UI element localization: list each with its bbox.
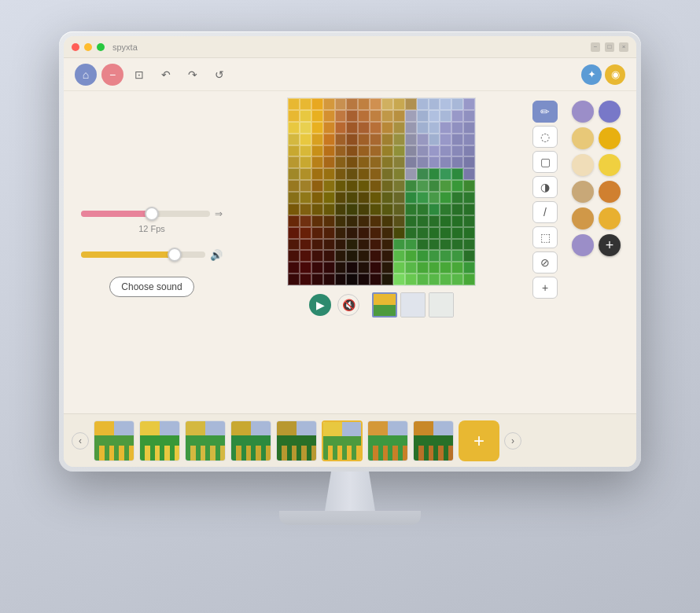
pixel-cell[interactable] (346, 145, 358, 157)
pixel-cell[interactable] (463, 134, 475, 145)
pixel-cell[interactable] (335, 273, 347, 285)
pixel-cell[interactable] (323, 122, 335, 134)
pixel-cell[interactable] (417, 192, 429, 204)
pixel-cell[interactable] (346, 168, 358, 180)
pixel-cell[interactable] (300, 227, 311, 239)
pixel-cell[interactable] (405, 262, 417, 273)
pixel-cell[interactable] (288, 250, 300, 262)
pixel-cell[interactable] (440, 145, 451, 157)
pixel-cell[interactable] (393, 239, 405, 251)
pixel-cell[interactable] (300, 204, 311, 215)
pixel-cell[interactable] (463, 145, 475, 157)
pixel-cell[interactable] (335, 239, 347, 251)
pixel-cell[interactable] (358, 239, 370, 251)
pixel-cell[interactable] (370, 273, 381, 285)
color-swatch-10[interactable] (599, 207, 621, 229)
pixel-cell[interactable] (346, 192, 358, 204)
pixel-cell[interactable] (288, 122, 300, 134)
pixel-cell[interactable] (323, 239, 335, 251)
pixel-cell[interactable] (463, 192, 475, 204)
pixel-cell[interactable] (335, 215, 347, 227)
pixel-cell[interactable] (346, 273, 358, 285)
pixel-cell[interactable] (370, 98, 381, 110)
pixel-cell[interactable] (451, 134, 463, 145)
pixel-cell[interactable] (311, 180, 323, 192)
pixel-cell[interactable] (288, 134, 300, 145)
pixel-cell[interactable] (429, 262, 440, 273)
pixel-cell[interactable] (405, 227, 417, 239)
pixel-cell[interactable] (440, 239, 451, 251)
close-btn[interactable]: × (619, 42, 628, 52)
pixel-cell[interactable] (358, 227, 370, 239)
eyedropper-tool[interactable]: ⊘ (532, 251, 558, 273)
close-dot[interactable] (72, 43, 79, 51)
pixel-cell[interactable] (323, 262, 335, 273)
pixel-cell[interactable] (393, 110, 405, 122)
pixel-cell[interactable] (323, 192, 335, 204)
frame-thumb-8[interactable] (413, 420, 454, 461)
pixel-cell[interactable] (451, 227, 463, 239)
pixel-cell[interactable] (417, 168, 429, 180)
pixel-cell[interactable] (300, 110, 311, 122)
brush-tool[interactable]: ◑ (532, 176, 558, 198)
pixel-cell[interactable] (381, 204, 393, 215)
pixel-cell[interactable] (451, 122, 463, 134)
pixel-cell[interactable] (393, 250, 405, 262)
pixel-cell[interactable] (323, 134, 335, 145)
pixel-cell[interactable] (335, 192, 347, 204)
pixel-cell[interactable] (311, 273, 323, 285)
pixel-cell[interactable] (451, 98, 463, 110)
eraser-tool[interactable]: ◌ (532, 126, 558, 148)
pixel-cell[interactable] (358, 134, 370, 145)
prev-frame-button[interactable]: ‹ (72, 432, 89, 450)
pixel-cell[interactable] (393, 215, 405, 227)
pixel-cell[interactable] (440, 110, 451, 122)
pixel-cell[interactable] (288, 273, 300, 285)
mute-button[interactable]: 🔇 (337, 294, 359, 316)
frame-thumb-6[interactable] (322, 420, 363, 461)
pixel-cell[interactable] (370, 262, 381, 273)
pixel-cell[interactable] (346, 204, 358, 215)
pixel-cell[interactable] (370, 227, 381, 239)
pixel-cell[interactable] (429, 134, 440, 145)
fps-slider-thumb[interactable] (145, 207, 159, 221)
pixel-cell[interactable] (429, 273, 440, 285)
pixel-cell[interactable] (323, 204, 335, 215)
next-frame-button[interactable]: › (504, 432, 521, 450)
pixel-cell[interactable] (463, 239, 475, 251)
pixel-cell[interactable] (381, 239, 393, 251)
color-swatch-3[interactable] (572, 127, 594, 149)
pixel-cell[interactable] (311, 250, 323, 262)
pixel-cell[interactable] (311, 192, 323, 204)
pixel-cell[interactable] (323, 110, 335, 122)
pixel-cell[interactable] (300, 239, 311, 251)
color-swatch-2[interactable] (599, 101, 621, 123)
pixel-cell[interactable] (323, 215, 335, 227)
pixel-cell[interactable] (300, 168, 311, 180)
pixel-cell[interactable] (381, 134, 393, 145)
pixel-cell[interactable] (370, 215, 381, 227)
pixel-cell[interactable] (370, 122, 381, 134)
pixel-cell[interactable] (381, 250, 393, 262)
rect-tool[interactable]: ▢ (532, 151, 558, 173)
pixel-cell[interactable] (346, 250, 358, 262)
pixel-cell[interactable] (451, 145, 463, 157)
pixel-cell[interactable] (300, 134, 311, 145)
pixel-cell[interactable] (358, 273, 370, 285)
pixel-cell[interactable] (417, 156, 429, 168)
pixel-cell[interactable] (393, 134, 405, 145)
pixel-cell[interactable] (323, 145, 335, 157)
pixel-cell[interactable] (311, 145, 323, 157)
pixel-cell[interactable] (393, 227, 405, 239)
pixel-cell[interactable] (405, 98, 417, 110)
choose-sound-button[interactable]: Choose sound (109, 277, 193, 297)
pixel-cell[interactable] (288, 192, 300, 204)
pixel-cell[interactable] (311, 262, 323, 273)
pixel-cell[interactable] (463, 122, 475, 134)
pixel-cell[interactable] (335, 168, 347, 180)
pixel-cell[interactable] (429, 98, 440, 110)
pixel-cell[interactable] (417, 204, 429, 215)
color-swatch-9[interactable] (572, 207, 594, 229)
pixel-cell[interactable] (463, 180, 475, 192)
pixel-cell[interactable] (463, 110, 475, 122)
